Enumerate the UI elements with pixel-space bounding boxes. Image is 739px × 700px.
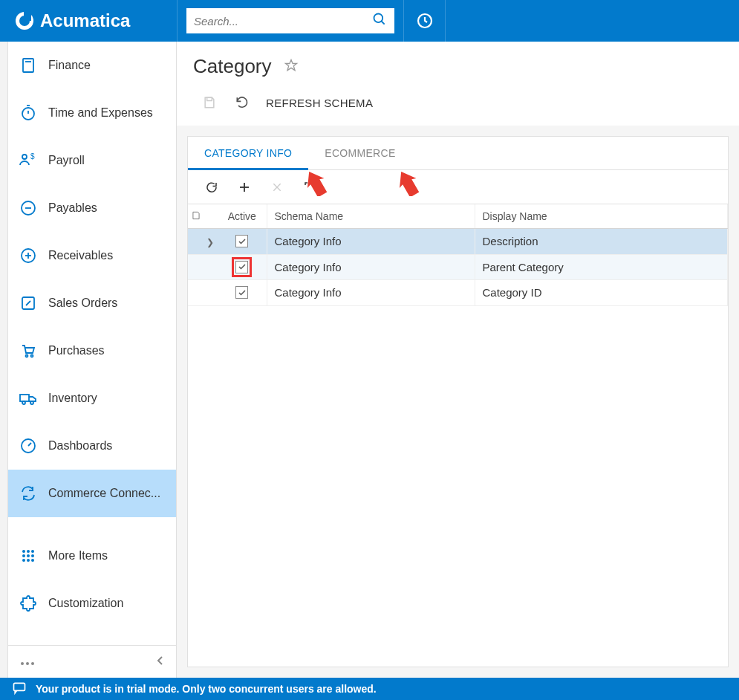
plus-circle-icon bbox=[19, 246, 38, 265]
status-text: Your product is in trial mode. Only two … bbox=[36, 683, 377, 695]
sidebar-item-finance[interactable]: Finance bbox=[8, 42, 176, 89]
cell-display[interactable]: Parent Category bbox=[475, 254, 728, 280]
table-row[interactable]: Category InfoParent Category bbox=[188, 254, 728, 280]
cell-schema[interactable]: Category Info bbox=[267, 254, 475, 280]
cart-icon bbox=[19, 341, 38, 360]
svg-point-32 bbox=[22, 554, 25, 557]
minus-circle-icon bbox=[19, 198, 38, 218]
topbar: Acumatica bbox=[0, 0, 739, 42]
grid-fit-button[interactable] bbox=[293, 176, 326, 198]
active-checkbox[interactable] bbox=[235, 261, 248, 273]
grid-toolbar bbox=[188, 170, 728, 204]
truck-icon bbox=[19, 389, 38, 408]
svg-rect-46 bbox=[14, 683, 25, 690]
svg-point-35 bbox=[22, 559, 25, 562]
refresh-schema-button[interactable]: REFRESH SCHEMA bbox=[266, 97, 373, 109]
search-area bbox=[177, 0, 404, 42]
tab-ecommerce[interactable]: ECOMMERCE bbox=[308, 137, 411, 169]
sidebar-item-label: More Items bbox=[48, 549, 108, 563]
svg-point-27 bbox=[30, 401, 33, 404]
svg-point-24 bbox=[31, 355, 33, 357]
svg-point-29 bbox=[22, 550, 25, 553]
tab-category-info[interactable]: CATEGORY INFO bbox=[188, 137, 308, 169]
history-button[interactable] bbox=[404, 0, 446, 42]
payroll-icon: $ bbox=[19, 151, 38, 170]
sidebar-item-label: Dashboards bbox=[48, 439, 112, 453]
svg-point-37 bbox=[31, 559, 34, 562]
search-input[interactable] bbox=[194, 15, 372, 27]
sidebar-item-label: Purchases bbox=[48, 344, 105, 357]
star-icon[interactable] bbox=[284, 58, 299, 76]
more-icon bbox=[20, 655, 35, 669]
grid-delete-button bbox=[261, 176, 293, 198]
sidebar-item-more-items[interactable]: More Items bbox=[8, 532, 176, 580]
content-area: Category REFRESH SCHEMA CATEGORY INFO EC… bbox=[177, 42, 739, 678]
grid: Active Schema Name Display Name ❯Categor… bbox=[188, 204, 728, 667]
active-checkbox[interactable] bbox=[235, 235, 248, 247]
sidebar-item-purchases[interactable]: Purchases bbox=[8, 327, 176, 375]
chat-icon[interactable] bbox=[12, 681, 27, 698]
column-header-active[interactable]: Active bbox=[218, 204, 267, 229]
brand-area[interactable]: Acumatica bbox=[0, 0, 177, 42]
cell-schema[interactable]: Category Info bbox=[267, 280, 475, 306]
svg-rect-25 bbox=[20, 395, 29, 401]
svg-point-30 bbox=[27, 550, 30, 553]
tabs-row: CATEGORY INFO ECOMMERCE bbox=[188, 137, 728, 170]
svg-line-4 bbox=[382, 22, 385, 25]
table-row[interactable]: ❯Category InfoDescription bbox=[188, 229, 728, 255]
sidebar: Finance Time and Expenses $ Payroll Paya… bbox=[8, 42, 177, 678]
column-header-display[interactable]: Display Name bbox=[475, 204, 728, 229]
svg-point-33 bbox=[27, 554, 30, 557]
svg-point-26 bbox=[22, 401, 25, 404]
sidebar-item-label: Customization bbox=[48, 597, 123, 610]
table-row[interactable]: Category InfoCategory ID bbox=[188, 280, 728, 306]
sidebar-item-label: Payroll bbox=[48, 154, 85, 167]
sidebar-item-dashboards[interactable]: Dashboards bbox=[8, 422, 176, 470]
active-checkbox[interactable] bbox=[235, 286, 248, 299]
svg-point-3 bbox=[374, 14, 383, 23]
sidebar-item-inventory[interactable]: Inventory bbox=[8, 375, 176, 422]
svg-rect-2 bbox=[24, 11, 31, 21]
sidebar-item-customization[interactable]: Customization bbox=[8, 580, 176, 627]
grid-add-button[interactable] bbox=[228, 176, 261, 198]
sidebar-item-label: Sales Orders bbox=[48, 296, 117, 310]
cell-display[interactable]: Description bbox=[475, 229, 728, 255]
sidebar-item-payroll[interactable]: $ Payroll bbox=[8, 137, 176, 184]
sidebar-strip bbox=[0, 42, 8, 678]
grid-dots-icon bbox=[19, 546, 38, 565]
gauge-icon bbox=[19, 436, 38, 456]
chevron-left-icon[interactable] bbox=[157, 655, 164, 669]
sidebar-item-commerce-connector[interactable]: Commerce Connec... bbox=[8, 470, 176, 517]
undo-button[interactable] bbox=[226, 91, 258, 114]
cell-schema[interactable]: Category Info bbox=[267, 229, 475, 255]
column-select-icon[interactable] bbox=[188, 204, 203, 229]
svg-point-23 bbox=[26, 355, 28, 357]
sidebar-item-sales-orders[interactable]: Sales Orders bbox=[8, 279, 176, 327]
row-caret-icon: ❯ bbox=[206, 237, 214, 247]
svg-point-40 bbox=[31, 662, 34, 665]
grid-refresh-button[interactable] bbox=[195, 176, 228, 198]
sidebar-item-time-expenses[interactable]: Time and Expenses bbox=[8, 89, 176, 137]
svg-point-15 bbox=[22, 155, 27, 159]
svg-point-38 bbox=[21, 662, 24, 665]
sidebar-item-receivables[interactable]: Receivables bbox=[8, 232, 176, 279]
edit-square-icon bbox=[19, 294, 38, 313]
sidebar-footer[interactable] bbox=[8, 645, 176, 678]
cell-display[interactable]: Category ID bbox=[475, 280, 728, 306]
column-header-schema[interactable]: Schema Name bbox=[267, 204, 475, 229]
sidebar-item-label: Finance bbox=[48, 59, 91, 72]
panel: CATEGORY INFO ECOMMERCE bbox=[187, 136, 729, 667]
sidebar-item-payables[interactable]: Payables bbox=[8, 184, 176, 232]
search-icon[interactable] bbox=[372, 12, 387, 30]
sidebar-item-label: Inventory bbox=[48, 392, 97, 405]
svg-point-34 bbox=[31, 554, 34, 557]
page-header: Category REFRESH SCHEMA bbox=[177, 42, 739, 126]
statusbar: Your product is in trial mode. Only two … bbox=[0, 678, 739, 700]
svg-text:$: $ bbox=[30, 152, 35, 161]
sidebar-item-label: Receivables bbox=[48, 249, 113, 262]
calculator-icon bbox=[19, 56, 38, 75]
page-title: Category bbox=[193, 55, 272, 78]
svg-rect-6 bbox=[23, 59, 33, 72]
brand-name: Acumatica bbox=[40, 10, 130, 31]
brand-logo-icon bbox=[15, 11, 34, 30]
